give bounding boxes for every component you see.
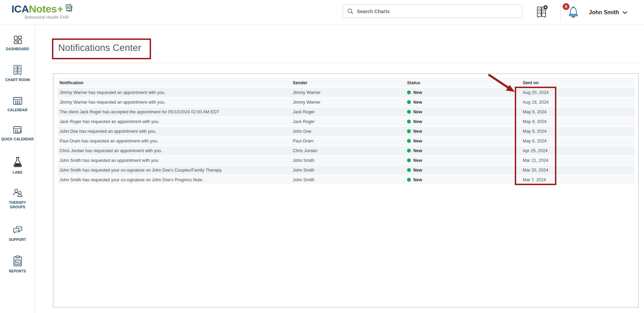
file-cabinets-icon [12,64,24,76]
cell-status: New [405,136,521,146]
table-row[interactable]: The client Jack Roger has accepted the a… [58,107,635,117]
table-row[interactable]: Jimmy Warner has requested an appointmen… [58,88,635,97]
dashboard-icon [12,35,23,45]
sidebar-item-therapy-groups[interactable]: THERAPY GROUPS [1,188,34,209]
search-input[interactable] [357,9,522,14]
status-dot-icon [407,149,411,153]
notifications-table: Notification Sender Status Sent on Jimmy… [58,78,635,185]
notifications-bell-button[interactable]: 9 [565,3,583,20]
cell-sender: Paul Oram [291,136,405,146]
status-badge: New [413,158,422,163]
cell-status: New [405,165,521,175]
app-logo[interactable]: ICANotes+ Behavioral Health EHR [11,2,74,20]
sidebar-item-labs[interactable]: LABS [1,156,34,175]
sidebar-item-label: CALENDAR [8,108,28,112]
sidebar-item-calendar[interactable]: CALENDAR [1,95,34,112]
status-dot-icon [407,90,411,94]
table-row[interactable]: John Smith has requested your co-signatu… [58,165,635,175]
cell-notification: John Smith has requested your co-signatu… [58,175,291,185]
table-row[interactable]: John Smith has requested your co-signatu… [58,175,635,185]
cell-sent-on: Aug 20, 2024 [521,88,635,97]
column-header-status: Status [405,78,521,88]
sidebar-item-label: QUICK CALENDAR [1,137,34,141]
status-dot-icon [407,168,411,172]
cell-notification: Paul Oram has requested an appointment w… [58,136,291,146]
cell-sent-on: May 8, 2024 [521,136,635,146]
cell-sent-on: May 9, 2024 [521,117,635,127]
cell-sender: Jack Roger [291,107,405,117]
cell-status: New [405,88,521,97]
cell-notification: The client Jack Roger has accepted the a… [58,107,291,117]
logo-part-notes: Notes [29,3,57,15]
document-stack-icon [64,3,74,16]
cell-sent-on: Mar 7, 2024 [521,175,635,185]
clipboard-chart-icon [12,255,23,267]
sidebar-item-quick-calendar[interactable]: QUICK CALENDAR [1,124,34,141]
status-badge: New [413,168,422,173]
people-icon [12,188,24,199]
cell-notification: John Doe has requested an appointment wi… [58,127,291,136]
status-badge: New [413,177,422,182]
sidebar-item-label: THERAPY GROUPS [1,200,34,209]
sidebar-nav: DASHBOARD CHART ROOM [0,25,35,313]
sidebar-item-label: CHART ROOM [5,78,30,82]
user-name: John Smith [589,9,619,16]
header-divider [561,3,561,22]
cell-sent-on: Mar 20, 2024 [521,165,635,175]
table-row[interactable]: Paul Oram has requested an appointment w… [58,136,635,146]
table-row[interactable]: Jimmy Warner has requested an appointmen… [58,97,635,107]
notifications-panel: Notification Sender Status Sent on Jimmy… [53,73,638,307]
user-menu[interactable]: John Smith [589,0,627,25]
status-badge: New [413,148,422,153]
sidebar-item-dashboard[interactable]: DASHBOARD [1,35,34,51]
sidebar-item-chart-room[interactable]: CHART ROOM [1,64,34,82]
sidebar-item-support[interactable]: SUPPORT [1,225,34,242]
search-charts-field [343,5,522,18]
app-root: ICANotes+ Behavioral Health EHR [0,0,644,313]
notification-count-badge: 9 [563,3,570,10]
cell-notification: Chris Jordan has requested an appointmen… [58,146,291,156]
cell-notification: Jimmy Warner has requested an appointmen… [58,88,291,97]
table-row[interactable]: John Smith has requested an appointment … [58,156,635,165]
title-divider [52,63,638,63]
table-row[interactable]: Jack Roger has requested an appointment … [58,117,635,127]
calendar-icon [12,95,23,106]
status-badge: New [413,100,422,105]
search-icon [347,8,354,15]
cell-sender: John Smith [291,165,405,175]
cell-sender: Jimmy Warner [291,88,405,97]
new-chart-button[interactable] [535,5,549,19]
logo-tagline: Behavioral Health EHR [25,15,74,20]
status-dot-icon [407,100,411,104]
chevron-down-icon [623,11,627,14]
chat-bubbles-icon [12,225,24,236]
cell-notification: Jimmy Warner has requested an appointmen… [58,97,291,107]
cell-status: New [405,97,521,107]
cell-notification: John Smith has requested an appointment … [58,156,291,165]
status-dot-icon [407,139,411,143]
cell-sender: Jack Roger [291,117,405,127]
table-row[interactable]: John Doe has requested an appointment wi… [58,127,635,136]
cell-sender: Jimmy Warner [291,97,405,107]
status-dot-icon [407,178,411,182]
sidebar-item-label: DASHBOARD [6,47,29,51]
cell-status: New [405,127,521,136]
status-dot-icon [407,158,411,162]
sidebar-item-reports[interactable]: REPORTS [1,255,34,273]
cell-sender: John Smith [291,175,405,185]
status-badge: New [413,110,422,114]
cell-sender: Chris Jordan [291,146,405,156]
notifications-table-body: Jimmy Warner has requested an appointmen… [58,88,635,185]
cell-sent-on: Apr 25, 2024 [521,146,635,156]
page-title: Notifications Center [58,43,141,53]
logo-text: ICANotes+ [11,2,74,16]
cell-status: New [405,107,521,117]
flask-icon [12,156,23,168]
cell-notification: Jack Roger has requested an appointment … [58,117,291,127]
status-dot-icon [407,120,411,123]
quick-calendar-icon [12,124,23,135]
cell-sent-on: May 9, 2024 [521,127,635,136]
table-row[interactable]: Chris Jordan has requested an appointmen… [58,146,635,156]
sidebar-item-label: REPORTS [9,269,26,273]
logo-part-ica: ICA [11,3,29,15]
